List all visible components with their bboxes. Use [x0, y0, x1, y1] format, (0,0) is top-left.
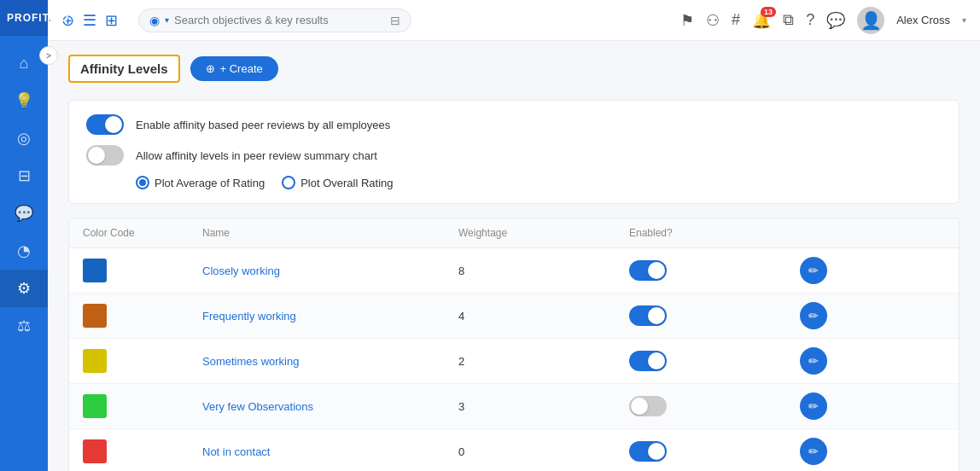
notification-badge: 13 [761, 7, 776, 17]
radio-average-label: Plot Average of Rating [155, 177, 265, 189]
topnav: ⊕ ☰ ⊞ ◉ ▾ ⊟ ⚑ ⚇ # 🔔 13 ⧉ ? 💬 👤 Alex Cros… [48, 0, 980, 41]
row0-edit-button[interactable]: ✏ [800, 257, 827, 284]
gear-icon: ⚙ [17, 279, 31, 298]
row2-weight: 2 [458, 355, 629, 368]
toggle2-knob [88, 147, 105, 164]
row3-weight: 3 [458, 400, 629, 413]
search-input[interactable] [174, 14, 385, 26]
radio-group: Plot Average of Rating Plot Overall Rati… [136, 176, 942, 189]
radio-average-circle [136, 176, 149, 189]
sliders-icon: ⚖ [17, 317, 31, 335]
allow-affinity-toggle[interactable] [86, 145, 124, 166]
enable-affinity-toggle[interactable] [86, 114, 124, 135]
pencil-icon: ✏ [808, 264, 819, 277]
target-icon: ◎ [17, 129, 31, 148]
sidebar-toggle-button[interactable]: > [39, 46, 58, 65]
home-icon: ⌂ [20, 55, 29, 73]
toggle1-row: Enable affinity based peer reviews by al… [86, 114, 942, 135]
chat-icon: 💬 [15, 204, 33, 223]
row1-edit-button[interactable]: ✏ [800, 302, 827, 329]
sidebar: PROFIT.CO > ⌂ 💡 ◎ ⊟ 💬 ◔ ⚙ ⚖ [0, 0, 48, 471]
settings-section: Enable affinity based peer reviews by al… [68, 100, 960, 204]
sidebar-item-objectives[interactable]: ◎ [0, 119, 48, 157]
main-content: Affinity Levels ⊕ + Create Enable affini… [48, 41, 980, 471]
table-row: Closely working 8 ✏ [69, 248, 959, 294]
row4-toggle[interactable] [629, 441, 667, 462]
hash-icon[interactable]: # [732, 11, 740, 29]
logo: PROFIT.CO [0, 0, 48, 36]
sidebar-item-admin[interactable]: ⚖ [0, 307, 48, 345]
row0-toggle[interactable] [629, 260, 667, 281]
radio-plot-average[interactable]: Plot Average of Rating [136, 176, 265, 189]
sidebar-item-ideas[interactable]: 💡 [0, 82, 48, 119]
row3-name: Very few Observations [202, 400, 458, 413]
row3-toggle[interactable] [629, 396, 667, 416]
filter-icon[interactable]: ⊟ [390, 14, 400, 27]
row1-name: Frequently working [202, 310, 458, 323]
calendar-icon: ⊟ [18, 166, 31, 185]
chat-bubble-icon[interactable]: 💬 [826, 11, 845, 30]
row4-edit-button[interactable]: ✏ [800, 438, 827, 465]
org-tree-icon[interactable]: ⚇ [706, 11, 720, 30]
radio-plot-overall[interactable]: Plot Overall Rating [282, 176, 393, 189]
col-header-color: Color Code [83, 227, 202, 239]
color-box-2 [83, 349, 107, 373]
col-header-weightage: Weightage [458, 227, 629, 239]
row1-weight: 4 [458, 310, 629, 323]
notifications-icon[interactable]: 🔔 13 [752, 11, 771, 30]
row4-name: Not in contact [202, 445, 458, 458]
pencil-icon: ✏ [808, 445, 819, 458]
radio-overall-circle [282, 176, 295, 189]
create-button[interactable]: ⊕ + Create [190, 56, 278, 81]
grid-icon[interactable]: ⊞ [105, 11, 118, 30]
row0-weight: 8 [458, 265, 629, 277]
row4-weight: 0 [458, 445, 629, 458]
toggle2-row: Allow affinity levels in peer review sum… [86, 145, 942, 166]
lightbulb-icon: 💡 [15, 91, 33, 110]
col-header-actions [800, 227, 868, 239]
list-icon[interactable]: ☰ [83, 11, 96, 30]
sidebar-nav: ⌂ 💡 ◎ ⊟ 💬 ◔ ⚙ ⚖ [0, 36, 48, 471]
flag-icon[interactable]: ⚑ [680, 11, 694, 30]
row2-toggle[interactable] [629, 351, 667, 371]
chart-icon: ◔ [17, 241, 31, 260]
table-header: Color Code Name Weightage Enabled? [69, 218, 959, 248]
sidebar-item-settings[interactable]: ⚙ [0, 270, 48, 307]
search-bar[interactable]: ◉ ▾ ⊟ [138, 9, 411, 32]
create-icon: ⊕ [206, 62, 215, 75]
color-box-1 [83, 304, 107, 328]
table-row: Not in contact 0 ✏ [69, 429, 959, 471]
row2-edit-button[interactable]: ✏ [800, 347, 827, 375]
col-header-name: Name [202, 227, 458, 239]
row0-name: Closely working [202, 265, 458, 277]
search-target-icon: ◉ [149, 14, 160, 27]
topnav-right: ⚑ ⚇ # 🔔 13 ⧉ ? 💬 👤 Alex Cross ▾ [680, 7, 966, 34]
table-row: Very few Observations 3 ✏ [69, 384, 959, 429]
color-box-3 [83, 394, 107, 418]
color-box-4 [83, 439, 107, 463]
sidebar-item-analytics[interactable]: ◔ [0, 232, 48, 270]
avatar-image: 👤 [860, 10, 882, 31]
page-header: Affinity Levels ⊕ + Create [68, 55, 960, 83]
radio-overall-label: Plot Overall Rating [300, 177, 393, 189]
row1-toggle[interactable] [629, 305, 667, 326]
col-header-enabled: Enabled? [629, 227, 800, 239]
sidebar-item-messages[interactable]: 💬 [0, 195, 48, 232]
pencil-icon: ✏ [808, 399, 819, 413]
row3-edit-button[interactable]: ✏ [800, 392, 827, 420]
pencil-icon: ✏ [808, 354, 819, 368]
user-dropdown-icon[interactable]: ▾ [962, 15, 966, 25]
affinity-table: Color Code Name Weightage Enabled? Close… [68, 218, 960, 471]
pencil-icon: ✏ [808, 309, 819, 323]
color-box-0 [83, 259, 107, 282]
help-icon[interactable]: ? [806, 11, 814, 29]
toggle1-knob [105, 116, 122, 133]
layers-icon[interactable]: ⧉ [783, 11, 794, 29]
toggle2-label: Allow affinity levels in peer review sum… [136, 149, 377, 162]
sidebar-item-tasks[interactable]: ⊟ [0, 157, 48, 195]
user-name: Alex Cross [896, 14, 950, 26]
avatar[interactable]: 👤 [857, 7, 884, 34]
toggle1-label: Enable affinity based peer reviews by al… [136, 119, 390, 131]
page-title: Affinity Levels [68, 55, 180, 83]
search-dropdown-icon[interactable]: ▾ [165, 15, 169, 25]
